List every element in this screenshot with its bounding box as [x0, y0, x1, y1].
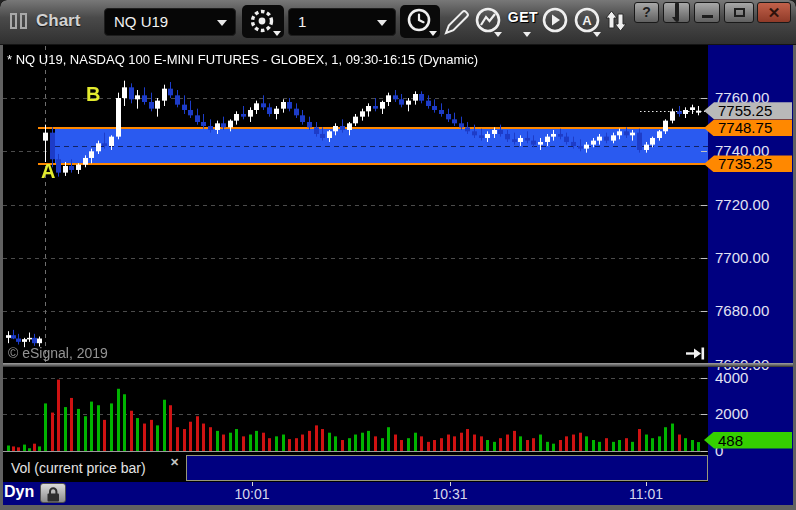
- symbol-settings-button[interactable]: [242, 5, 284, 38]
- price-tick-label: 7720.00: [715, 196, 769, 214]
- chevron-down-icon: [523, 32, 531, 37]
- lock-button[interactable]: [40, 483, 66, 503]
- chart-symbol-title: * NQ U19, NASDAQ 100 E-MINI FUTURES - GL…: [7, 52, 478, 67]
- help-glyph: ?: [642, 4, 651, 20]
- close-study-icon[interactable]: ✕: [170, 456, 179, 469]
- time-label: 10:31: [427, 486, 473, 502]
- link-sync-button[interactable]: [602, 6, 630, 39]
- time-label: 11:01: [623, 486, 669, 502]
- maximize-button[interactable]: [724, 2, 754, 23]
- play-button[interactable]: [540, 6, 572, 39]
- chart-window: Chart NQ U19 1: [0, 0, 796, 510]
- symbol-dropdown[interactable]: NQ U19: [104, 8, 236, 36]
- chevron-down-icon: [494, 32, 502, 37]
- volume-pane-inset: [186, 455, 708, 481]
- chart-app-icon: [10, 13, 32, 30]
- window-frame-left: [0, 45, 3, 510]
- time-axis[interactable]: Dyn 10:0110:3111:01: [3, 482, 793, 505]
- close-button[interactable]: ✕: [757, 2, 791, 23]
- volume-study-label-row: Vol (current price bar) ✕: [3, 455, 186, 481]
- window-title: Chart: [36, 11, 80, 31]
- chevron-down-icon: [273, 31, 281, 36]
- time-label: 10:01: [229, 486, 275, 502]
- draw-tools-button[interactable]: [441, 6, 473, 39]
- popup-window-icon: [675, 2, 679, 22]
- price-tag: 7755.25: [704, 102, 792, 119]
- price-tag: 7735.25: [704, 155, 792, 172]
- get-label: GET: [506, 9, 540, 25]
- interval-dropdown[interactable]: 1: [288, 8, 396, 36]
- volume-tag: 488: [704, 432, 792, 449]
- play-icon: [540, 6, 570, 36]
- price-tag: 7748.75: [704, 119, 792, 136]
- chevron-down-icon: [217, 20, 227, 26]
- chevron-down-icon: [377, 20, 387, 26]
- dynamic-mode-button[interactable]: Dyn: [4, 483, 34, 501]
- minimize-button[interactable]: [694, 2, 720, 23]
- popup-window-button[interactable]: [663, 2, 690, 23]
- price-axis[interactable]: 7760.007740.007720.007700.007680.007660.…: [708, 45, 793, 505]
- annotation-a[interactable]: A: [41, 160, 55, 183]
- lock-icon: [41, 485, 65, 503]
- candlestick-chart-canvas[interactable]: [3, 45, 708, 455]
- help-button[interactable]: ?: [634, 2, 659, 23]
- studies-button[interactable]: [473, 6, 505, 39]
- volume-tick-label: 4000: [715, 369, 748, 387]
- price-tick-label: 7700.00: [715, 249, 769, 267]
- time-template-button[interactable]: [400, 5, 440, 38]
- alerts-button[interactable]: A: [572, 6, 604, 39]
- alerts-a-glyph: A: [582, 13, 592, 28]
- price-tick-label: 7680.00: [715, 302, 769, 320]
- minimize-icon: [702, 15, 713, 18]
- symbol-value: NQ U19: [114, 13, 168, 30]
- interval-value: 1: [298, 13, 306, 30]
- maximize-icon: [734, 8, 745, 17]
- window-frame-bottom: [0, 505, 796, 510]
- chevron-down-icon: [593, 32, 601, 37]
- close-icon: ✕: [768, 4, 781, 21]
- volume-study-label: Vol (current price bar): [11, 460, 146, 476]
- pane-divider[interactable]: [0, 363, 796, 367]
- window-titlebar[interactable]: Chart NQ U19 1: [0, 0, 796, 45]
- volume-tick-label: 2000: [715, 405, 748, 423]
- annotation-b[interactable]: B: [86, 83, 100, 106]
- chevron-down-icon: [429, 31, 437, 36]
- get-data-button[interactable]: GET: [506, 6, 540, 39]
- swap-arrows-icon: [602, 6, 630, 36]
- esignal-copyright: © eSignal, 2019: [8, 345, 108, 361]
- pencil-icon: [441, 6, 473, 38]
